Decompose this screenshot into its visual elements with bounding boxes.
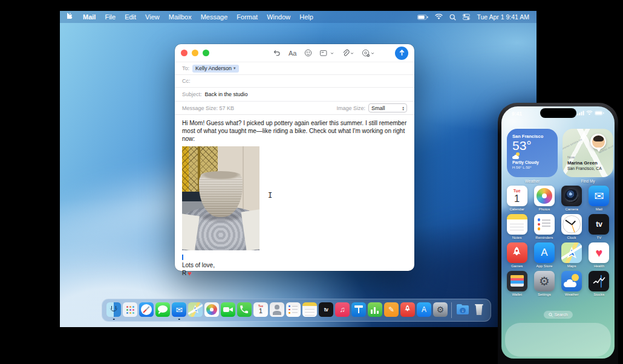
message-size-label: Message Size: 57 KB [182, 105, 234, 111]
header-fields-button[interactable] [320, 50, 334, 57]
menu-item-message[interactable]: Message [201, 13, 228, 21]
to-field[interactable]: To: Kelly Anderson ▾ [175, 62, 414, 75]
dock-calendar[interactable]: Tue1 [253, 302, 268, 317]
menu-item-file[interactable]: File [105, 13, 116, 21]
iphone-app-grid: Tue1CalendarPhotosCamera✉MailNotesRemind… [503, 186, 613, 296]
iphone-app-weather[interactable]: Weather [559, 271, 584, 296]
emoji-icon[interactable] [304, 49, 312, 57]
iphone-app-stocks[interactable]: Stocks [587, 271, 611, 296]
format-button[interactable]: Aa [289, 50, 296, 57]
flower-icon [204, 302, 219, 317]
weather-widget[interactable]: San Francisco 53° Partly Cloudy H:56° L:… [507, 129, 558, 177]
wifi-icon [586, 111, 593, 117]
message-body[interactable]: Hi Mom! Guess what? I picked up pottery … [175, 115, 414, 278]
app-label: Mail [596, 207, 602, 211]
app-label: Camera [565, 207, 578, 211]
spotlight-search-pill[interactable]: Search [543, 311, 572, 319]
attachment-button[interactable] [342, 49, 354, 57]
maps-icon [188, 302, 203, 317]
iphone-app-reminders[interactable]: Reminders [532, 214, 556, 239]
menu-item-edit[interactable]: Edit [125, 13, 136, 21]
iphone-app-games[interactable]: Games [505, 242, 529, 268]
undo-icon[interactable] [273, 49, 281, 57]
health-icon: ♥ [589, 242, 609, 263]
app-label: Health [594, 264, 604, 268]
menu-item-help[interactable]: Help [299, 13, 313, 21]
list-icon [534, 214, 555, 235]
menu-item-format[interactable]: Format [236, 13, 258, 21]
iphone-app-clock[interactable]: Clock [559, 214, 584, 239]
insert-photo-button[interactable] [362, 49, 374, 57]
dock-finder[interactable] [106, 302, 121, 317]
iphone-app-maps[interactable]: Maps [559, 242, 584, 268]
battery-icon[interactable] [417, 15, 428, 20]
iphone-app-wallet[interactable]: Wallet [505, 271, 529, 296]
dock-launchpad[interactable] [123, 302, 137, 317]
dock-pages[interactable]: ✎ [384, 302, 399, 317]
wifi-icon[interactable] [435, 14, 443, 20]
subject-value: Back in the studio [205, 91, 248, 97]
iphone-app-camera[interactable]: Camera [559, 186, 584, 211]
mail-compose-window: Aa To: Kelly Anderson ▾ Cc: Subject: Bac… [175, 44, 414, 271]
find-my-widget[interactable]: MARINA GREEN DR MARINA BLVD Now Marina G… [563, 129, 613, 177]
app-label: Reminders [535, 236, 553, 239]
running-indicator [113, 319, 115, 320]
menu-item-window[interactable]: Window [267, 13, 290, 21]
dock-mail[interactable]: ✉ [172, 302, 186, 317]
dock-safari[interactable] [139, 302, 154, 317]
pottery-photo-attachment[interactable] [182, 146, 259, 250]
signature-initial: R [182, 269, 186, 277]
dock-system-settings[interactable]: ⚙ [433, 302, 448, 317]
menu-item-mailbox[interactable]: Mailbox [169, 13, 192, 21]
dock-app-store[interactable]: A [417, 302, 431, 317]
dock-notes[interactable] [302, 302, 317, 317]
dock-contacts[interactable] [270, 302, 284, 317]
dock-reminders[interactable] [286, 302, 301, 317]
iphone-app-photos[interactable]: Photos [532, 186, 556, 211]
subject-field[interactable]: Subject: Back in the studio [175, 88, 414, 102]
menu-bar: Mail FileEditViewMailboxMessageFormatWin… [60, 11, 537, 23]
dock-photos[interactable] [204, 302, 219, 317]
iphone-app-health[interactable]: ♥Health [587, 242, 611, 268]
dock-trash[interactable] [472, 302, 486, 317]
dock-keynote[interactable] [351, 302, 366, 317]
apple-menu-icon[interactable] [67, 13, 74, 21]
weather-icon [561, 271, 582, 291]
facetime-icon [221, 302, 235, 317]
control-center-icon[interactable] [463, 14, 470, 20]
iphone-app-app-store[interactable]: AApp Store [532, 242, 556, 268]
dock-music[interactable]: ♫ [335, 302, 350, 317]
bubble-icon [155, 302, 170, 317]
dock-messages[interactable] [155, 302, 170, 317]
cc-field[interactable]: Cc: [175, 75, 414, 88]
menu-item-view[interactable]: View [145, 13, 160, 21]
iphone-app-mail[interactable]: ✉Mail [587, 186, 611, 211]
iphone-app-settings[interactable]: ⚙Settings [532, 271, 556, 296]
partly-cloudy-icon [512, 154, 521, 159]
subject-label: Subject: [182, 91, 202, 97]
search-icon[interactable] [449, 14, 456, 21]
recipient-token[interactable]: Kelly Anderson ▾ [192, 65, 239, 73]
recipient-name: Kelly Anderson [195, 65, 232, 71]
app-label: Maps [567, 264, 576, 268]
menu-bar-clock[interactable]: Tue Apr 1 9:41 AM [477, 13, 529, 21]
battery-icon [595, 111, 604, 117]
close-button[interactable] [181, 50, 188, 56]
dock-numbers[interactable] [368, 302, 382, 317]
iphone-app-notes[interactable]: Notes [505, 214, 529, 239]
dock-downloads[interactable]: ↓ [455, 302, 470, 317]
dock-maps[interactable] [188, 302, 203, 317]
send-button[interactable] [395, 47, 408, 60]
weather-condition: Partly Cloudy [512, 160, 552, 164]
dock-games[interactable] [400, 302, 415, 317]
dock-facetime[interactable] [221, 302, 235, 317]
menu-item-mail[interactable]: Mail [83, 13, 96, 21]
closing-text: Lots of love, [182, 261, 407, 269]
zoom-button[interactable] [203, 50, 209, 56]
dock-phone[interactable] [237, 302, 252, 317]
iphone-app-calendar[interactable]: Tue1Calendar [505, 186, 529, 211]
iphone-app-tv[interactable]: tvTV [587, 214, 611, 239]
image-size-select[interactable]: Small ▴▾ [368, 103, 407, 112]
minimize-button[interactable] [192, 50, 198, 56]
dock-tv[interactable]: tv [319, 302, 333, 317]
